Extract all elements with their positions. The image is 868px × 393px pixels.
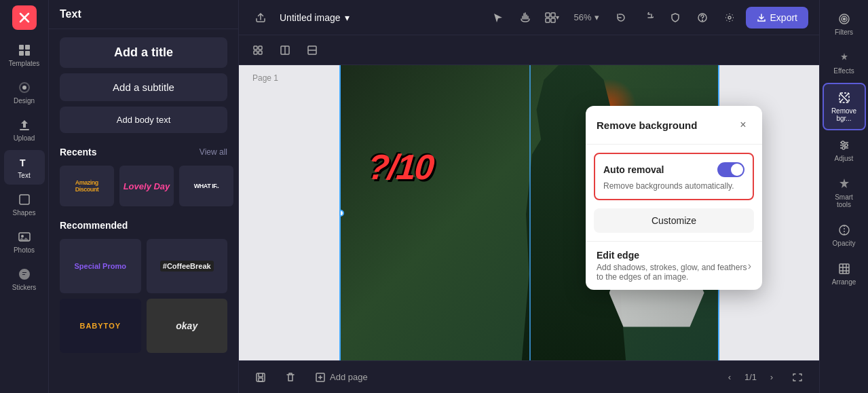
edit-edge-chevron-icon: ›	[748, 260, 751, 272]
svg-point-34	[843, 18, 845, 20]
recommended-title: Recommended	[60, 220, 128, 231]
canvas-area: Untitled image ▾ ▾ 56% ▾	[239, 0, 819, 393]
delete-button[interactable]	[280, 369, 301, 386]
auto-removal-desc: Remove backgrounds automatically.	[603, 181, 744, 191]
sidebar-item-upload[interactable]: Upload	[4, 113, 45, 147]
sub-toolbar	[239, 35, 819, 65]
remove-background-popup: Remove background × Auto removal Remove …	[586, 106, 762, 290]
right-item-adjust[interactable]: Adjust	[823, 132, 866, 169]
shield-icon[interactable]	[664, 7, 686, 29]
canvas-viewport[interactable]: Page 1 ?/10	[239, 65, 819, 360]
save-to-cloud-button[interactable]	[250, 7, 271, 29]
help-button[interactable]	[692, 7, 713, 29]
toggle-knob	[731, 164, 743, 176]
right-item-opacity[interactable]: Opacity	[823, 217, 866, 254]
recommended-section: Recommended Special Promo #CoffeeBreak B…	[49, 209, 238, 361]
next-page-button[interactable]: ›	[762, 368, 781, 387]
add-page-button[interactable]: Add page	[309, 369, 373, 386]
auto-removal-header: Auto removal	[603, 162, 744, 177]
svg-rect-27	[257, 373, 265, 381]
svg-rect-43	[839, 264, 849, 274]
right-item-effects[interactable]: Effects	[823, 44, 866, 81]
sidebar-item-text[interactable]: T Text	[4, 150, 45, 185]
right-item-remove-bg[interactable]: Remove bgr...	[823, 83, 866, 130]
svg-rect-22	[259, 51, 262, 54]
recommended-okay[interactable]: okay	[147, 299, 228, 353]
popup-header: Remove background ×	[586, 106, 762, 145]
recommended-coffee[interactable]: #CoffeeBreak	[147, 239, 228, 293]
auto-removal-title: Auto removal	[603, 164, 664, 175]
select-tool-button[interactable]	[487, 7, 509, 29]
center-guide	[529, 65, 531, 360]
right-item-smart-tools[interactable]: Smart tools	[823, 170, 866, 215]
layout-columns-button[interactable]	[274, 39, 296, 61]
auto-removal-card: Auto removal Remove backgrounds automati…	[594, 153, 754, 200]
svg-point-6	[22, 86, 26, 90]
recommended-babytoy[interactable]: BABYTOY	[60, 299, 141, 353]
toolbar-icons: ▾ 56% ▾ Export	[487, 7, 809, 29]
add-body-button[interactable]: Add body text	[60, 107, 227, 133]
panel-title: Text	[49, 0, 238, 29]
svg-point-18	[728, 16, 731, 19]
popup-close-button[interactable]: ×	[735, 117, 751, 133]
view-options-button[interactable]: ▾	[542, 7, 563, 29]
customize-button[interactable]: Customize	[594, 208, 754, 233]
export-button[interactable]: Export	[746, 7, 808, 29]
svg-rect-13	[551, 13, 555, 17]
svg-rect-9	[20, 195, 29, 204]
auto-removal-toggle[interactable]	[717, 162, 744, 177]
svg-rect-20	[259, 46, 262, 50]
svg-point-39	[842, 141, 844, 144]
svg-rect-14	[546, 18, 550, 22]
sidebar-item-shapes[interactable]: Shapes	[4, 187, 45, 222]
recommended-grid: Special Promo #CoffeeBreak BABYTOY okay	[49, 236, 238, 356]
right-item-filters[interactable]: Filters	[823, 5, 866, 43]
add-subtitle-button[interactable]: Add a subtitle	[60, 73, 227, 101]
recent-item-lovelyday[interactable]: Lovely Day	[119, 166, 174, 206]
settings-button[interactable]	[719, 7, 740, 29]
edit-edge-row[interactable]: Edit edge Add shadows, strokes, glow, an…	[586, 241, 762, 290]
redo-button[interactable]	[637, 7, 659, 29]
save-button[interactable]	[250, 369, 271, 386]
sidebar-item-photos[interactable]: Photos	[4, 225, 45, 259]
edit-edge-content: Edit edge Add shadows, strokes, glow, an…	[597, 250, 748, 282]
view-all-link[interactable]: View all	[200, 147, 227, 157]
sidebar-item-templates[interactable]: Templates	[4, 38, 45, 73]
zoom-control[interactable]: 56% ▾	[569, 10, 605, 25]
canvas-text-overlay[interactable]: ?/10	[366, 147, 434, 187]
recents-row: AmazingDiscount Lovely Day WHAT IF.. ›	[49, 163, 238, 209]
right-item-arrange[interactable]: Arrange	[823, 255, 866, 293]
app-logo[interactable]	[12, 5, 37, 30]
undo-button[interactable]	[610, 7, 632, 29]
pan-tool-button[interactable]	[514, 7, 536, 29]
page-navigation: ‹ 1/1 ›	[720, 368, 808, 387]
sidebar-item-design[interactable]: Design	[4, 75, 45, 110]
recent-item-whatif[interactable]: WHAT IF..	[179, 166, 233, 206]
bottom-bar: Add page ‹ 1/1 ›	[239, 360, 819, 393]
add-title-button[interactable]: Add a title	[60, 37, 227, 68]
svg-rect-7	[20, 129, 29, 130]
recents-title: Recents	[60, 147, 96, 157]
edit-edge-title: Edit edge	[597, 250, 748, 261]
edit-edge-desc: Add shadows, strokes, glow, and feathers…	[597, 263, 748, 282]
svg-rect-15	[551, 18, 555, 22]
svg-rect-28	[259, 378, 263, 381]
layout-grid-button[interactable]	[247, 39, 269, 61]
svg-rect-4	[19, 51, 24, 56]
popup-title: Remove background	[597, 119, 697, 131]
svg-rect-12	[546, 13, 550, 17]
document-name[interactable]: Untitled image ▾	[280, 12, 350, 23]
svg-rect-5	[25, 51, 30, 56]
prev-page-button[interactable]: ‹	[720, 368, 739, 387]
page-indicator: 1/1	[744, 372, 757, 382]
svg-rect-21	[254, 51, 257, 54]
sidebar-item-stickers[interactable]: Stickers	[4, 262, 45, 297]
recommended-special[interactable]: Special Promo	[60, 239, 141, 293]
layout-alt-button[interactable]	[301, 39, 323, 61]
fullscreen-button[interactable]	[787, 369, 808, 386]
svg-text:T: T	[20, 157, 26, 168]
text-action-buttons: Add a title Add a subtitle Add body text	[49, 29, 238, 141]
svg-point-11	[21, 235, 24, 238]
recent-item-amazing[interactable]: AmazingDiscount	[60, 166, 114, 206]
recommended-header: Recommended	[49, 214, 238, 236]
